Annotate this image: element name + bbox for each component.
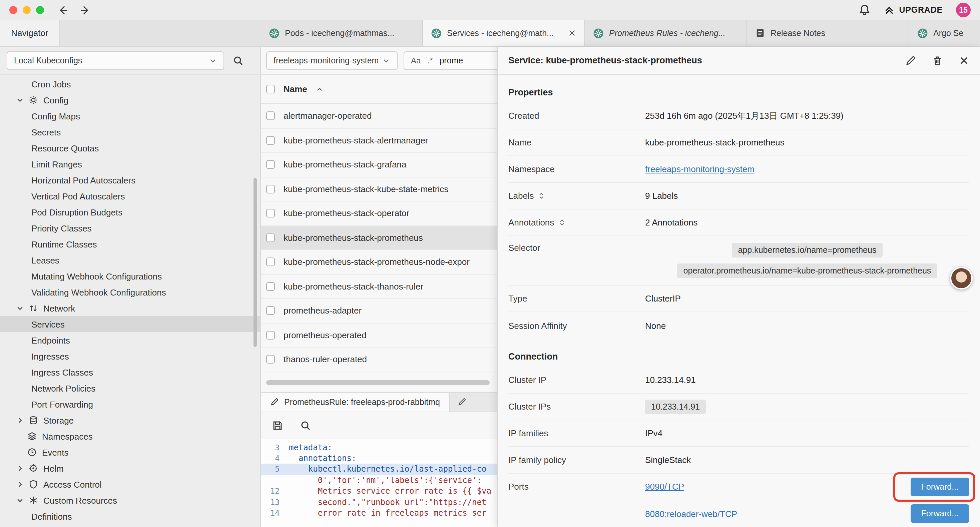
sidebar-item-leases[interactable]: Leases — [0, 252, 260, 268]
sidebar-item-limit-ranges[interactable]: Limit Ranges — [0, 156, 260, 172]
row-checkbox[interactable] — [266, 282, 275, 291]
sidebar-item-mutating-webhook-configurations[interactable]: Mutating Webhook Configurations — [0, 268, 260, 284]
sidebar-item-definitions[interactable]: Definitions — [0, 508, 260, 524]
row-checkbox[interactable] — [266, 234, 275, 242]
sidebar-item-storage[interactable]: Storage — [0, 412, 260, 428]
back-arrow-icon[interactable] — [57, 4, 69, 16]
sidebar-item-ingress-classes[interactable]: Ingress Classes — [0, 364, 260, 380]
name-column-header[interactable]: Name — [283, 84, 307, 94]
notifications-bell-icon[interactable] — [858, 4, 870, 16]
chevron-down-icon — [16, 96, 24, 104]
notification-count-badge[interactable]: 15 — [956, 3, 970, 18]
kubeconfig-selector[interactable]: Local Kubeconfigs — [7, 51, 224, 70]
sidebar-item-validating-webhook-configurations[interactable]: Validating Webhook Configurations — [0, 284, 260, 300]
search-query-input[interactable] — [439, 56, 493, 65]
select-all-checkbox[interactable] — [266, 85, 275, 93]
row-checkbox[interactable] — [266, 112, 275, 120]
delete-trash-icon[interactable] — [932, 55, 943, 66]
tab-argo[interactable]: Argo Se — [909, 20, 980, 46]
sidebar-item-runtime-classes[interactable]: Runtime Classes — [0, 236, 260, 252]
yaml-editor[interactable]: 3metadata: 4 annotations: 5 kubectl.kube… — [261, 439, 497, 527]
namespace-filter-dropdown[interactable]: freeleaps-monitoring-system — [266, 51, 398, 70]
tab-prometheus-rules[interactable]: Prometheus Rules - icecheng... — [585, 20, 747, 46]
name-row: Name kube-prometheus-stack-prometheus — [508, 129, 969, 156]
close-panel-icon[interactable] — [959, 55, 969, 66]
port-link-9090[interactable]: 9090/TCP — [645, 482, 684, 492]
sidebar-item-pod-disruption-budgets[interactable]: Pod Disruption Budgets — [0, 204, 260, 220]
editor-search-icon[interactable] — [297, 417, 314, 434]
forward-button-9090[interactable]: Forward... — [910, 477, 969, 496]
sidebar-item-cron-jobs[interactable]: Cron Jobs — [0, 76, 260, 92]
sidebar-item-endpoints[interactable]: Endpoints — [0, 332, 260, 348]
table-row[interactable]: kube-prometheus-stack-grafana — [261, 153, 497, 177]
sidebar-item-ingresses[interactable]: Ingresses — [0, 348, 260, 364]
table-row-selected[interactable]: kube-prometheus-stack-prometheus — [261, 226, 497, 250]
avatar[interactable] — [950, 267, 973, 290]
sidebar-item-horizontal-pod-autoscalers[interactable]: Horizontal Pod Autoscalers — [0, 172, 260, 188]
sidebar-item-events[interactable]: Events — [0, 444, 260, 460]
horizontal-scrollbar[interactable] — [266, 380, 490, 385]
sidebar-item-network-policies[interactable]: Network Policies — [0, 380, 260, 396]
upgrade-button[interactable]: UPGRADE — [884, 5, 943, 15]
tab-release-notes[interactable]: Release Notes — [747, 20, 909, 46]
row-checkbox[interactable] — [266, 161, 275, 169]
sidebar-item-services[interactable]: Services — [0, 316, 260, 332]
chevron-right-icon — [16, 416, 24, 424]
sidebar-item-secrets[interactable]: Secrets — [0, 124, 260, 140]
table-row[interactable]: alertmanager-operated — [261, 104, 497, 128]
table-row[interactable]: kube-prometheus-stack-prometheus-node-ex… — [261, 250, 497, 274]
labels-expand-icon[interactable] — [538, 192, 546, 199]
table-row[interactable]: kube-prometheus-stack-kube-state-metrics — [261, 177, 497, 201]
edit-pencil-icon[interactable] — [905, 55, 916, 66]
sidebar-item-resource-quotas[interactable]: Resource Quotas — [0, 140, 260, 156]
forward-arrow-icon[interactable] — [80, 4, 91, 16]
regex-toggle[interactable]: .* — [427, 56, 433, 65]
sidebar-item-config-maps[interactable]: Config Maps — [0, 108, 260, 124]
row-checkbox[interactable] — [266, 185, 275, 193]
sidebar-item-port-forwarding[interactable]: Port Forwarding — [0, 396, 260, 412]
editor-tab-prometheusrule[interactable]: PrometheusRule: freeleaps-prod-rabbitmq — [261, 393, 450, 411]
table-row[interactable]: thanos-ruler-operated — [261, 347, 497, 372]
row-checkbox[interactable] — [266, 307, 275, 315]
navigator-panel-tab[interactable]: Navigator — [0, 20, 60, 46]
sidebar-search-icon[interactable] — [229, 52, 247, 69]
close-window-button[interactable] — [10, 6, 18, 14]
close-tab-icon[interactable] — [568, 29, 576, 37]
tab-services[interactable]: Services - icecheng@math... — [423, 20, 585, 46]
table-row[interactable]: kube-prometheus-stack-alertmanager — [261, 128, 497, 153]
table-header: Name — [261, 75, 497, 104]
annotations-expand-icon[interactable] — [558, 219, 565, 226]
sidebar-item-namespaces[interactable]: Namespaces — [0, 428, 260, 444]
table-row[interactable]: prometheus-adapter — [261, 299, 497, 323]
namespace-link[interactable]: freeleaps-monitoring-system — [645, 164, 754, 174]
minimize-window-button[interactable] — [23, 6, 31, 14]
tab-pods[interactable]: Pods - icecheng@mathmas... — [261, 20, 423, 46]
detail-body: Properties Created 253d 16h 6m ago (2025… — [498, 75, 980, 527]
maximize-window-button[interactable] — [36, 6, 44, 14]
selector-badge: operator.prometheus.io/name=kube-prometh… — [678, 263, 937, 278]
table-row[interactable]: prometheus-operated — [261, 323, 497, 347]
port-link-8080-reloader-web[interactable]: 8080:reloader-web/TCP — [645, 509, 737, 519]
chevron-down-icon — [382, 56, 390, 64]
row-checkbox[interactable] — [266, 136, 275, 145]
sidebar-item-custom-resources[interactable]: Custom Resources — [0, 492, 260, 508]
code-line: 5 kubectl.kubernetes.io/last-applied-co — [261, 464, 497, 475]
sidebar-item-network[interactable]: Network — [0, 300, 260, 316]
row-checkbox[interactable] — [266, 355, 275, 364]
table-row[interactable]: kube-prometheus-stack-operator — [261, 201, 497, 226]
sidebar-item-helm[interactable]: Helm — [0, 460, 260, 476]
editor-tab-partial[interactable] — [450, 393, 467, 411]
table-row[interactable]: kube-prometheus-stack-thanos-ruler — [261, 274, 497, 299]
sidebar-item-priority-classes[interactable]: Priority Classes — [0, 220, 260, 236]
save-icon[interactable] — [269, 417, 286, 434]
sidebar-scrollbar[interactable] — [253, 178, 257, 347]
sort-ascending-icon[interactable] — [316, 85, 324, 93]
sidebar-item-config[interactable]: Config — [0, 92, 260, 108]
row-checkbox[interactable] — [266, 331, 275, 339]
match-case-toggle[interactable]: Aa — [411, 56, 421, 65]
row-checkbox[interactable] — [266, 258, 275, 266]
forward-button-8080[interactable]: Forward... — [910, 504, 969, 523]
sidebar-item-vertical-pod-autoscalers[interactable]: Vertical Pod Autoscalers — [0, 188, 260, 204]
row-checkbox[interactable] — [266, 209, 275, 218]
sidebar-item-access-control[interactable]: Access Control — [0, 476, 260, 492]
